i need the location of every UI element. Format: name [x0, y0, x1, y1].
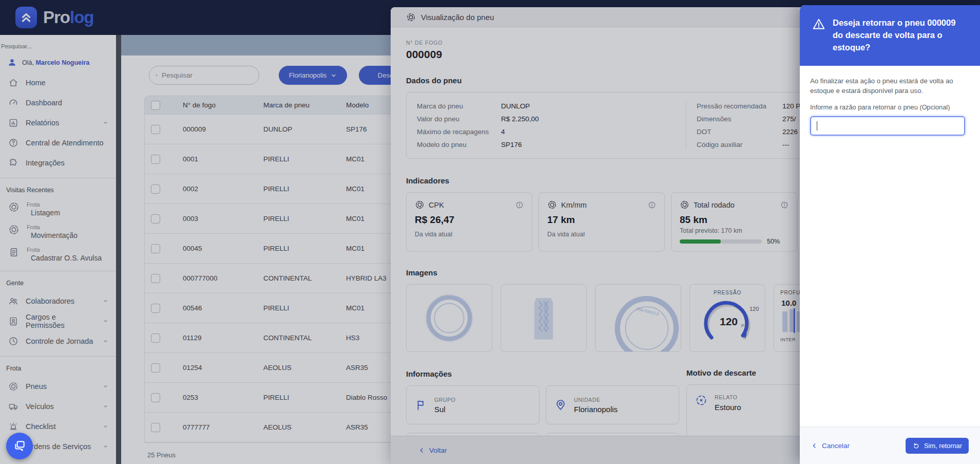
- confirm-return-button[interactable]: Sim, retornar: [906, 438, 969, 454]
- panel-title: Deseja retornar o pneu 000009 do descart…: [833, 16, 968, 53]
- text-caret: [817, 121, 817, 131]
- panel-footer: Cancelar Sim, retornar: [800, 426, 980, 464]
- cancel-button[interactable]: Cancelar: [811, 442, 850, 450]
- warning-icon: [812, 17, 825, 31]
- panel-body: Ao finalizar esta ação o pneu estará de …: [800, 66, 980, 146]
- chat-icon: [13, 439, 26, 453]
- reason-label: Informe a razão para retornar o pneu (Op…: [810, 103, 970, 111]
- panel-header: Deseja retornar o pneu 000009 do descart…: [800, 5, 980, 66]
- chevron-left-icon: [811, 442, 818, 449]
- reason-input[interactable]: [810, 116, 965, 136]
- panel-description: Ao finalizar esta ação o pneu estará de …: [810, 76, 970, 96]
- return-confirmation-panel: Deseja retornar o pneu 000009 do descart…: [800, 5, 980, 464]
- chat-fab-button[interactable]: [6, 433, 33, 459]
- undo-icon: [912, 442, 920, 450]
- app-root: Prolog Olá, Marcelo Nogueira HomeDashboa…: [0, 0, 980, 464]
